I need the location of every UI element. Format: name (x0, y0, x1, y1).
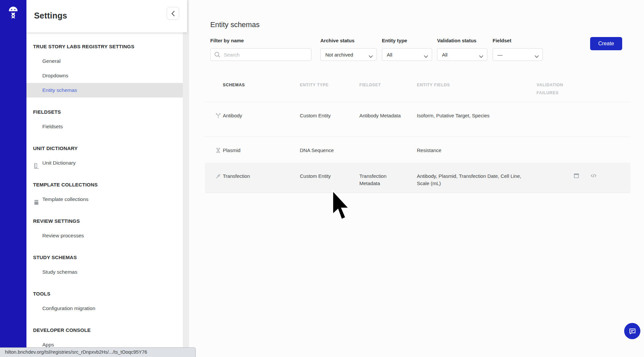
ruler-icon (33, 160, 39, 166)
sidebar-item-dropdowns[interactable]: Dropdowns (26, 68, 183, 83)
archive-icon[interactable] (573, 173, 580, 179)
sidebar-item-fieldsets[interactable]: Fieldsets (26, 119, 183, 134)
col-header-entity-type: ENTITY TYPE (300, 81, 359, 102)
settings-nav: TRUE STORY LABS REGISTRY SETTINGS Genera… (26, 32, 183, 357)
fieldset-label: Fieldset (493, 38, 511, 43)
search-icon (214, 52, 221, 58)
table-header-row: SCHEMAS ENTITY TYPE FIELDSET ENTITY FIEL… (205, 76, 630, 102)
plasmid-icon (215, 147, 221, 153)
settings-title: Settings (34, 11, 67, 20)
sidebar-scroll-gutter (183, 0, 189, 357)
nav-heading: TEMPLATE COLLECTIONS (26, 180, 183, 189)
schema-entity-type: Custom Entity (300, 112, 359, 137)
archive-status-select[interactable]: Not archived (320, 48, 377, 61)
nav-section-registry-settings: TRUE STORY LABS REGISTRY SETTINGS Genera… (26, 42, 183, 98)
sidebar-item-study-schemas[interactable]: Study schemas (26, 265, 183, 279)
nav-section-unit-dictionary: UNIT DICTIONARY Unit Dictionary (26, 144, 183, 170)
benchling-dev-logo-icon[interactable] (7, 6, 20, 21)
nav-heading: STUDY SCHEMAS (26, 253, 183, 262)
jar-icon (33, 196, 39, 202)
entity-type-label: Entity type (382, 38, 407, 43)
sidebar-item-unit-dictionary[interactable]: Unit Dictionary (26, 156, 183, 170)
nav-heading: TRUE STORY LABS REGISTRY SETTINGS (26, 42, 183, 51)
col-header-schemas: SCHEMAS (223, 81, 300, 102)
status-url: hilton.bnchdev.org/tsl/registries/src_rD… (5, 349, 147, 355)
sidebar-item-configuration-migration[interactable]: Configuration migration (26, 301, 183, 316)
table-row-transfection[interactable]: Transfection Custom Entity Transfection … (205, 163, 630, 193)
archive-status-label: Archive status (320, 38, 354, 43)
chevron-left-icon (171, 11, 175, 17)
schema-entity-type: Custom Entity (300, 173, 359, 193)
code-icon[interactable] (590, 173, 597, 179)
search-input[interactable] (223, 49, 309, 60)
schema-fieldset (359, 147, 417, 163)
table-row-antibody[interactable]: Antibody Custom Entity Antibody Metadata… (205, 102, 630, 137)
chevron-down-icon (424, 54, 428, 57)
schema-name: Antibody (223, 112, 300, 137)
nav-section-fieldsets: FIELDSETS Fieldsets (26, 108, 183, 134)
collapse-sidebar-button[interactable] (167, 7, 179, 20)
filter-by-name-label: Filter by name (210, 38, 244, 43)
nav-section-study-schemas: STUDY SCHEMAS Study schemas (26, 253, 183, 279)
schema-entity-type: DNA Sequence (300, 147, 359, 163)
antibody-icon (215, 113, 221, 119)
validation-status-select[interactable]: All (437, 48, 487, 61)
nav-heading: FIELDSETS (26, 108, 183, 116)
sidebar-item-entity-schemas[interactable]: Entity schemas (26, 83, 183, 98)
entity-type-select[interactable]: All (382, 48, 432, 61)
page-title: Entity schemas (210, 20, 260, 29)
nav-section-template-collections: TEMPLATE COLLECTIONS Template collection… (26, 180, 183, 207)
settings-header: Settings (26, 0, 187, 32)
nav-section-tools: TOOLS Configuration migration (26, 290, 183, 316)
fieldset-select[interactable]: — (493, 48, 543, 61)
left-rail (0, 0, 26, 357)
chevron-down-icon (369, 54, 373, 57)
status-url-tooltip: hilton.bnchdev.org/tsl/registries/src_rD… (0, 347, 196, 357)
create-button[interactable]: Create (590, 37, 622, 50)
validation-status-label: Validation status (437, 38, 476, 43)
sidebar-item-template-collections[interactable]: Template collections (26, 192, 183, 207)
schema-validation-failures (537, 147, 566, 163)
schema-fieldset: Transfection Metadata (359, 173, 417, 193)
col-header-validation-failures: VALIDATION FAILURES (537, 81, 566, 102)
nav-heading: UNIT DICTIONARY (26, 144, 183, 153)
schema-fieldset: Antibody Metadata (359, 112, 417, 137)
sidebar-item-review-processes[interactable]: Review processes (26, 228, 183, 243)
settings-sidebar: TRUE STORY LABS REGISTRY SETTINGS Genera… (26, 0, 183, 357)
chevron-down-icon (479, 54, 483, 57)
schema-entity-fields: Isoform, Putative Target, Species (417, 112, 537, 137)
schemas-table: SCHEMAS ENTITY TYPE FIELDSET ENTITY FIEL… (205, 76, 630, 193)
schema-entity-fields: Resistance (417, 147, 537, 163)
schema-validation-failures (537, 173, 566, 193)
sidebar-item-general[interactable]: General (26, 54, 183, 68)
entity-schemas-page: Entity schemas Filter by name Archive st… (189, 0, 644, 357)
nav-heading: REVIEW SETTINGS (26, 217, 183, 225)
schema-name: Plasmid (223, 147, 300, 163)
table-row-plasmid[interactable]: Plasmid DNA Sequence Resistance (205, 137, 630, 163)
col-header-fieldset: FIELDSET (359, 81, 417, 102)
chevron-down-icon (535, 54, 539, 57)
search-field (210, 48, 311, 61)
nav-section-review-settings: REVIEW SETTINGS Review processes (26, 217, 183, 243)
schema-validation-failures (537, 112, 566, 137)
chat-bubble-icon (628, 327, 636, 335)
schema-entity-fields: Antibody, Plasmid, Transfection Date, Ce… (417, 173, 537, 193)
nav-heading: DEVELOPER CONSOLE (26, 326, 183, 335)
schema-name: Transfection (223, 173, 300, 193)
transfection-icon (215, 173, 221, 179)
nav-heading: TOOLS (26, 290, 183, 298)
help-chat-button[interactable] (624, 323, 640, 339)
col-header-entity-fields: ENTITY FIELDS (417, 81, 537, 102)
